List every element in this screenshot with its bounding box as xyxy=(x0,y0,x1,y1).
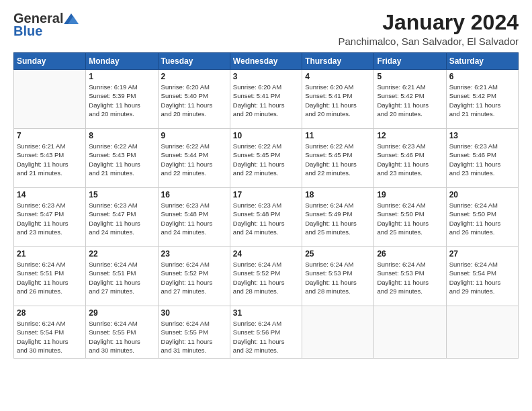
cell-w2-d0: 7Sunrise: 6:21 AM Sunset: 5:43 PM Daylig… xyxy=(14,129,86,188)
cell-w5-d4 xyxy=(302,306,374,359)
day-info-8: Sunrise: 6:22 AM Sunset: 5:43 PM Dayligh… xyxy=(89,142,154,177)
day-num-31: 31 xyxy=(233,308,299,318)
day-info-28: Sunrise: 6:24 AM Sunset: 5:54 PM Dayligh… xyxy=(17,319,83,355)
week-row-4: 21Sunrise: 6:24 AM Sunset: 5:51 PM Dayli… xyxy=(14,247,519,306)
month-title: January 2024 xyxy=(339,11,519,34)
cell-w4-d4: 25Sunrise: 6:24 AM Sunset: 5:53 PM Dayli… xyxy=(302,247,374,306)
day-info-25: Sunrise: 6:24 AM Sunset: 5:53 PM Dayligh… xyxy=(305,260,371,295)
col-monday: Monday xyxy=(86,53,158,70)
cell-w5-d1: 29Sunrise: 6:24 AM Sunset: 5:55 PM Dayli… xyxy=(86,306,158,359)
cell-w5-d0: 28Sunrise: 6:24 AM Sunset: 5:54 PM Dayli… xyxy=(14,306,86,359)
day-num-3: 3 xyxy=(233,72,299,81)
day-info-22: Sunrise: 6:24 AM Sunset: 5:51 PM Dayligh… xyxy=(89,260,154,295)
cell-w3-d2: 16Sunrise: 6:23 AM Sunset: 5:48 PM Dayli… xyxy=(158,188,230,247)
day-num-1: 1 xyxy=(89,72,154,81)
week-row-1: 1Sunrise: 6:19 AM Sunset: 5:39 PM Daylig… xyxy=(14,70,519,129)
day-info-18: Sunrise: 6:24 AM Sunset: 5:49 PM Dayligh… xyxy=(305,201,371,236)
day-num-22: 22 xyxy=(89,249,154,259)
day-num-15: 15 xyxy=(89,190,154,199)
col-sunday: Sunday xyxy=(14,53,86,70)
cell-w3-d5: 19Sunrise: 6:24 AM Sunset: 5:50 PM Dayli… xyxy=(374,188,446,247)
day-info-30: Sunrise: 6:24 AM Sunset: 5:55 PM Dayligh… xyxy=(161,319,227,355)
col-friday: Friday xyxy=(374,53,446,70)
cell-w4-d5: 26Sunrise: 6:24 AM Sunset: 5:53 PM Dayli… xyxy=(374,247,446,306)
day-num-4: 4 xyxy=(305,72,371,81)
day-num-20: 20 xyxy=(449,190,515,199)
title-block: January 2024 Panchimalco, San Salvador, … xyxy=(339,11,519,47)
day-num-14: 14 xyxy=(17,190,83,199)
day-num-7: 7 xyxy=(17,131,83,140)
day-num-16: 16 xyxy=(161,190,227,199)
cell-w2-d5: 12Sunrise: 6:23 AM Sunset: 5:46 PM Dayli… xyxy=(374,129,446,188)
day-info-10: Sunrise: 6:22 AM Sunset: 5:45 PM Dayligh… xyxy=(233,142,299,177)
day-num-8: 8 xyxy=(89,131,154,140)
day-info-23: Sunrise: 6:24 AM Sunset: 5:52 PM Dayligh… xyxy=(161,260,227,295)
day-info-5: Sunrise: 6:21 AM Sunset: 5:42 PM Dayligh… xyxy=(377,83,443,118)
col-thursday: Thursday xyxy=(302,53,374,70)
cell-w1-d0 xyxy=(14,70,86,129)
calendar: Sunday Monday Tuesday Wednesday Thursday… xyxy=(13,52,519,359)
cell-w5-d5 xyxy=(374,306,446,359)
day-num-5: 5 xyxy=(377,72,443,81)
day-info-4: Sunrise: 6:20 AM Sunset: 5:41 PM Dayligh… xyxy=(305,83,371,118)
day-num-29: 29 xyxy=(89,308,154,318)
week-row-5: 28Sunrise: 6:24 AM Sunset: 5:54 PM Dayli… xyxy=(14,306,519,359)
day-num-19: 19 xyxy=(377,190,443,199)
day-num-27: 27 xyxy=(449,249,515,259)
day-info-16: Sunrise: 6:23 AM Sunset: 5:48 PM Dayligh… xyxy=(161,201,227,236)
logo-blue: Blue xyxy=(13,24,42,39)
week-row-2: 7Sunrise: 6:21 AM Sunset: 5:43 PM Daylig… xyxy=(14,129,519,188)
cell-w4-d0: 21Sunrise: 6:24 AM Sunset: 5:51 PM Dayli… xyxy=(14,247,86,306)
day-info-6: Sunrise: 6:21 AM Sunset: 5:42 PM Dayligh… xyxy=(449,83,515,118)
cell-w2-d3: 10Sunrise: 6:22 AM Sunset: 5:45 PM Dayli… xyxy=(230,129,302,188)
day-num-11: 11 xyxy=(305,131,371,140)
day-num-9: 9 xyxy=(161,131,227,140)
day-num-23: 23 xyxy=(161,249,227,259)
day-num-18: 18 xyxy=(305,190,371,199)
day-num-17: 17 xyxy=(233,190,299,199)
day-info-17: Sunrise: 6:23 AM Sunset: 5:48 PM Dayligh… xyxy=(233,201,299,236)
day-info-21: Sunrise: 6:24 AM Sunset: 5:51 PM Dayligh… xyxy=(17,260,83,295)
col-wednesday: Wednesday xyxy=(230,53,302,70)
cell-w1-d4: 4Sunrise: 6:20 AM Sunset: 5:41 PM Daylig… xyxy=(302,70,374,129)
cell-w3-d3: 17Sunrise: 6:23 AM Sunset: 5:48 PM Dayli… xyxy=(230,188,302,247)
cell-w3-d4: 18Sunrise: 6:24 AM Sunset: 5:49 PM Dayli… xyxy=(302,188,374,247)
day-info-12: Sunrise: 6:23 AM Sunset: 5:46 PM Dayligh… xyxy=(377,142,443,177)
week-row-3: 14Sunrise: 6:23 AM Sunset: 5:47 PM Dayli… xyxy=(14,188,519,247)
day-info-2: Sunrise: 6:20 AM Sunset: 5:40 PM Dayligh… xyxy=(161,83,227,118)
day-num-24: 24 xyxy=(233,249,299,259)
cell-w3-d6: 20Sunrise: 6:24 AM Sunset: 5:50 PM Dayli… xyxy=(446,188,518,247)
day-info-20: Sunrise: 6:24 AM Sunset: 5:50 PM Dayligh… xyxy=(449,201,515,236)
weekday-header-row: Sunday Monday Tuesday Wednesday Thursday… xyxy=(14,53,519,70)
day-num-28: 28 xyxy=(17,308,83,318)
cell-w5-d3: 31Sunrise: 6:24 AM Sunset: 5:56 PM Dayli… xyxy=(230,306,302,359)
cell-w1-d3: 3Sunrise: 6:20 AM Sunset: 5:41 PM Daylig… xyxy=(230,70,302,129)
cell-w3-d0: 14Sunrise: 6:23 AM Sunset: 5:47 PM Dayli… xyxy=(14,188,86,247)
col-saturday: Saturday xyxy=(446,53,518,70)
day-num-2: 2 xyxy=(161,72,227,81)
day-num-6: 6 xyxy=(449,72,515,81)
day-num-21: 21 xyxy=(17,249,83,259)
day-info-1: Sunrise: 6:19 AM Sunset: 5:39 PM Dayligh… xyxy=(89,83,154,118)
day-info-19: Sunrise: 6:24 AM Sunset: 5:50 PM Dayligh… xyxy=(377,201,443,236)
cell-w1-d6: 6Sunrise: 6:21 AM Sunset: 5:42 PM Daylig… xyxy=(446,70,518,129)
day-info-7: Sunrise: 6:21 AM Sunset: 5:43 PM Dayligh… xyxy=(17,142,83,177)
day-num-12: 12 xyxy=(377,131,443,140)
col-tuesday: Tuesday xyxy=(158,53,230,70)
cell-w2-d4: 11Sunrise: 6:22 AM Sunset: 5:45 PM Dayli… xyxy=(302,129,374,188)
day-num-25: 25 xyxy=(305,249,371,259)
day-info-11: Sunrise: 6:22 AM Sunset: 5:45 PM Dayligh… xyxy=(305,142,371,177)
day-info-13: Sunrise: 6:23 AM Sunset: 5:46 PM Dayligh… xyxy=(449,142,515,177)
day-info-29: Sunrise: 6:24 AM Sunset: 5:55 PM Dayligh… xyxy=(89,319,154,355)
day-info-24: Sunrise: 6:24 AM Sunset: 5:52 PM Dayligh… xyxy=(233,260,299,295)
day-info-14: Sunrise: 6:23 AM Sunset: 5:47 PM Dayligh… xyxy=(17,201,83,236)
cell-w1-d1: 1Sunrise: 6:19 AM Sunset: 5:39 PM Daylig… xyxy=(86,70,158,129)
cell-w4-d2: 23Sunrise: 6:24 AM Sunset: 5:52 PM Dayli… xyxy=(158,247,230,306)
cell-w4-d6: 27Sunrise: 6:24 AM Sunset: 5:54 PM Dayli… xyxy=(446,247,518,306)
cell-w2-d2: 9Sunrise: 6:22 AM Sunset: 5:44 PM Daylig… xyxy=(158,129,230,188)
day-info-31: Sunrise: 6:24 AM Sunset: 5:56 PM Dayligh… xyxy=(233,319,299,355)
day-num-13: 13 xyxy=(449,131,515,140)
cell-w1-d5: 5Sunrise: 6:21 AM Sunset: 5:42 PM Daylig… xyxy=(374,70,446,129)
day-info-27: Sunrise: 6:24 AM Sunset: 5:54 PM Dayligh… xyxy=(449,260,515,295)
day-num-10: 10 xyxy=(233,131,299,140)
